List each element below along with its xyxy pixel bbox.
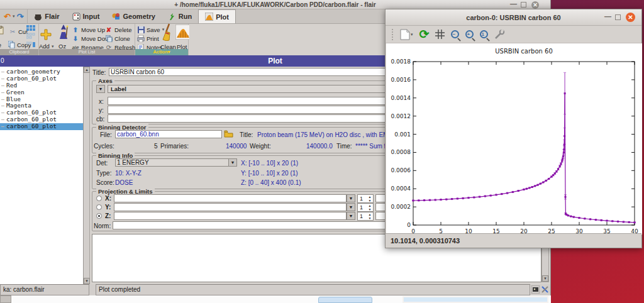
data-point [413, 200, 414, 202]
clone-button[interactable]: Clone [105, 35, 130, 42]
data-point [501, 193, 502, 195]
panel-title: Plot [268, 57, 282, 65]
undo-dropdown-icon[interactable]: ▾ [13, 14, 15, 19]
tab-geometry[interactable]: Geometry [106, 9, 161, 23]
data-point [565, 196, 567, 198]
plot-icon [205, 13, 213, 21]
scroll-down-icon[interactable]: ▼ [84, 278, 90, 284]
group-label-action[interactable]: Action▾ [135, 49, 188, 55]
axis-y-label: y: [99, 107, 104, 114]
paste-label[interactable]: te [0, 41, 1, 48]
tab-plot[interactable]: Plot [198, 9, 236, 23]
data-point [484, 196, 486, 197]
clean-button[interactable] [160, 25, 174, 39]
grid-toggle-button[interactable] [435, 30, 445, 39]
combo-dropdown-icon[interactable]: ▼ [347, 203, 355, 211]
sidebar-scrollbar[interactable]: ▲ ▼ [84, 67, 90, 284]
undo-icon[interactable]: ↶ [4, 12, 11, 21]
tab-run[interactable]: Run [162, 9, 198, 23]
close-button[interactable]: ✕ [626, 13, 635, 22]
zoom-out-button[interactable]: − [451, 30, 459, 38]
zoom-in-button[interactable]: + [465, 30, 474, 38]
cut-button[interactable]: ✂ Cut [9, 28, 28, 35]
list-item[interactable]: carbon_60_plot [0, 123, 83, 130]
paste-button[interactable] [0, 26, 4, 34]
score-value: DOSE [115, 179, 133, 186]
list-item[interactable]: Green [0, 89, 83, 96]
projection-combobox[interactable] [114, 212, 347, 220]
plot-window-titlebar[interactable]: carbon-0: USRBIN carbon 60 — ✕ [386, 9, 641, 26]
combo-dropdown-icon[interactable]: ▼ [347, 194, 355, 202]
data-point [479, 196, 480, 198]
data-point [457, 197, 458, 199]
plot-toolbar: ▾ ⟳ − + 1 [386, 26, 641, 43]
select-grid-icon[interactable] [26, 25, 35, 48]
replot-button[interactable]: ⟳ [419, 30, 430, 40]
bin-spinner[interactable]: 1▲▼ [357, 203, 374, 212]
data-point [584, 218, 586, 219]
close-button[interactable]: ✕ [531, 1, 539, 9]
main-window-titlebar[interactable]: + /home/fluka1/FLUKA/FLUKAWORK/Carbon PD… [0, 0, 550, 9]
scroll-up-icon[interactable]: ▲ [84, 67, 90, 73]
data-point [567, 214, 569, 216]
projection-radio-z[interactable] [96, 213, 102, 219]
file-input[interactable]: carbon_60.bnn [115, 130, 222, 138]
maximize-button[interactable] [521, 2, 526, 8]
group-label-clipboard: Clipboard [0, 49, 38, 55]
norm-label: Norm: [94, 223, 111, 229]
zoom-reset-button[interactable]: 1 [480, 30, 488, 38]
chart-canvas[interactable]: USRBIN carbon 60051015202530354000.00020… [386, 43, 642, 234]
data-point [512, 191, 514, 193]
background-panel [402, 296, 548, 303]
data-point [445, 199, 447, 201]
projection-radio-y[interactable] [96, 204, 102, 210]
data-point [589, 218, 591, 220]
data-point [451, 198, 453, 200]
binning-z-range: Z: [0 .. 40] x 400 (0.1) [241, 179, 301, 186]
main-statusbar: ka: carbon.flair Plot completed [0, 284, 550, 295]
data-point [560, 163, 562, 165]
options-button[interactable] [494, 30, 506, 40]
chart-icon [175, 25, 189, 39]
oz-button[interactable] [57, 25, 70, 39]
wizard-icon [57, 25, 70, 39]
clone-icon [105, 35, 113, 42]
plot-list-sidebar[interactable]: carbon_geometrycarbon_60_plotRedGreenBlu… [0, 67, 84, 284]
data-point [595, 219, 597, 221]
print-button[interactable]: Print [137, 35, 159, 42]
scroll-down-icon[interactable]: ▼ [542, 275, 548, 282]
bin-spinner[interactable]: 1▲▼ [357, 194, 374, 203]
binning-x-range: X: [-10 .. 10] x 20 (1) [241, 160, 298, 167]
delete-button[interactable]: ✘ Delete [105, 26, 131, 33]
move-up-button[interactable]: ⬆ Move Up [72, 26, 105, 33]
det-combobox[interactable]: 1 ENERGY [115, 158, 237, 167]
projection-combobox[interactable] [114, 203, 347, 211]
folder-icon[interactable] [224, 130, 233, 139]
redo-icon[interactable]: ↷ [16, 12, 23, 21]
tab-flair[interactable]: Flair [28, 9, 65, 23]
data-point [528, 187, 530, 189]
minimize-button[interactable]: — [604, 14, 610, 20]
tools-icon[interactable] [541, 285, 549, 295]
tab-input[interactable]: Input [66, 9, 106, 23]
export-dropdown-icon[interactable]: ▾ [411, 32, 413, 37]
cycles-value: 5 [154, 143, 158, 150]
weight-value: 140000.0 [306, 143, 333, 150]
refresh-button[interactable]: ⟳ Refresh [105, 43, 135, 51]
projection-combobox[interactable] [114, 194, 347, 202]
data-point [440, 199, 442, 201]
plot-action-button[interactable] [175, 25, 189, 39]
combo-dropdown-icon[interactable]: ▼ [347, 212, 355, 220]
data-point [570, 216, 572, 218]
bin-spinner[interactable]: 1▲▼ [357, 212, 374, 221]
det-dropdown-icon[interactable]: ▼ [228, 158, 237, 167]
maximize-button[interactable] [615, 14, 621, 20]
add-button[interactable] [39, 28, 53, 41]
export-button[interactable]: ▾ [400, 29, 413, 40]
axes-dropdown-button[interactable]: ▼ [96, 85, 105, 93]
data-point [526, 188, 528, 190]
projection-radio-x[interactable] [96, 196, 102, 201]
data-point [518, 190, 519, 192]
image-icon[interactable] [531, 285, 540, 295]
minimize-button[interactable]: — [510, 2, 516, 8]
